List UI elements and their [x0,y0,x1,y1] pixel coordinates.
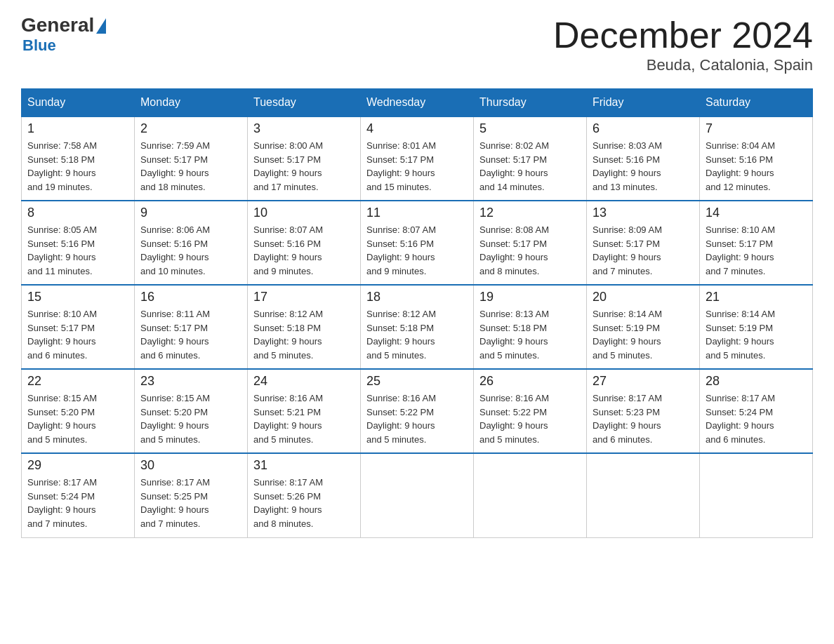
day-number: 31 [253,458,355,473]
day-info: Sunrise: 8:00 AMSunset: 5:17 PMDaylight:… [253,140,323,192]
table-row: 2 Sunrise: 7:59 AMSunset: 5:17 PMDayligh… [135,116,248,201]
day-info: Sunrise: 8:17 AMSunset: 5:24 PMDaylight:… [27,477,97,529]
day-number: 29 [27,458,128,473]
table-row: 26 Sunrise: 8:16 AMSunset: 5:22 PMDaylig… [474,369,587,453]
calendar-table: Sunday Monday Tuesday Wednesday Thursday… [21,88,813,538]
logo-blue-text: Blue [22,36,56,55]
table-row [474,453,587,537]
table-row: 16 Sunrise: 8:11 AMSunset: 5:17 PMDaylig… [135,285,248,369]
day-info: Sunrise: 8:14 AMSunset: 5:19 PMDaylight:… [593,309,662,361]
day-number: 4 [366,121,468,136]
day-number: 23 [140,374,241,389]
table-row: 13 Sunrise: 8:09 AMSunset: 5:17 PMDaylig… [587,201,700,285]
logo-triangle-icon [96,18,106,34]
table-row [700,453,813,537]
day-info: Sunrise: 8:09 AMSunset: 5:17 PMDaylight:… [593,224,662,276]
table-row: 25 Sunrise: 8:16 AMSunset: 5:22 PMDaylig… [361,369,474,453]
day-number: 11 [366,206,468,220]
table-row: 30 Sunrise: 8:17 AMSunset: 5:25 PMDaylig… [135,453,248,537]
table-row: 9 Sunrise: 8:06 AMSunset: 5:16 PMDayligh… [135,201,248,285]
day-info: Sunrise: 8:14 AMSunset: 5:19 PMDaylight:… [706,309,775,361]
day-info: Sunrise: 8:16 AMSunset: 5:22 PMDaylight:… [366,393,436,445]
day-number: 22 [27,374,128,389]
table-row: 1 Sunrise: 7:58 AMSunset: 5:18 PMDayligh… [22,116,135,201]
header-friday: Friday [587,89,700,117]
logo-general-text: General [21,14,94,36]
day-info: Sunrise: 8:16 AMSunset: 5:22 PMDaylight:… [479,393,549,445]
page-header: General Blue December 2024 Beuda, Catalo… [21,14,813,74]
day-info: Sunrise: 8:15 AMSunset: 5:20 PMDaylight:… [27,393,97,445]
day-number: 21 [706,290,807,304]
day-number: 28 [706,374,807,389]
day-info: Sunrise: 8:17 AMSunset: 5:24 PMDaylight:… [706,393,775,445]
location-title: Beuda, Catalonia, Spain [553,56,813,74]
table-row: 8 Sunrise: 8:05 AMSunset: 5:16 PMDayligh… [22,201,135,285]
day-number: 25 [366,374,468,389]
table-row: 31 Sunrise: 8:17 AMSunset: 5:26 PMDaylig… [248,453,361,537]
day-info: Sunrise: 8:10 AMSunset: 5:17 PMDaylight:… [706,224,775,276]
table-row: 21 Sunrise: 8:14 AMSunset: 5:19 PMDaylig… [700,285,813,369]
day-info: Sunrise: 8:13 AMSunset: 5:18 PMDaylight:… [479,309,549,361]
table-row: 17 Sunrise: 8:12 AMSunset: 5:18 PMDaylig… [248,285,361,369]
day-info: Sunrise: 8:07 AMSunset: 5:16 PMDaylight:… [253,224,323,276]
day-number: 5 [479,121,581,136]
table-row: 20 Sunrise: 8:14 AMSunset: 5:19 PMDaylig… [587,285,700,369]
day-number: 8 [27,206,128,220]
table-row: 6 Sunrise: 8:03 AMSunset: 5:16 PMDayligh… [587,116,700,201]
day-number: 2 [140,121,241,136]
day-number: 24 [253,374,355,389]
calendar-week-row: 29 Sunrise: 8:17 AMSunset: 5:24 PMDaylig… [22,453,813,537]
table-row: 10 Sunrise: 8:07 AMSunset: 5:16 PMDaylig… [248,201,361,285]
day-info: Sunrise: 8:06 AMSunset: 5:16 PMDaylight:… [140,224,210,276]
day-number: 16 [140,290,241,304]
day-number: 26 [479,374,581,389]
table-row: 5 Sunrise: 8:02 AMSunset: 5:17 PMDayligh… [474,116,587,201]
day-info: Sunrise: 8:12 AMSunset: 5:18 PMDaylight:… [366,309,436,361]
calendar-week-row: 22 Sunrise: 8:15 AMSunset: 5:20 PMDaylig… [22,369,813,453]
table-row: 15 Sunrise: 8:10 AMSunset: 5:17 PMDaylig… [22,285,135,369]
table-row: 22 Sunrise: 8:15 AMSunset: 5:20 PMDaylig… [22,369,135,453]
table-row: 14 Sunrise: 8:10 AMSunset: 5:17 PMDaylig… [700,201,813,285]
table-row: 3 Sunrise: 8:00 AMSunset: 5:17 PMDayligh… [248,116,361,201]
header-thursday: Thursday [474,89,587,117]
day-info: Sunrise: 8:16 AMSunset: 5:21 PMDaylight:… [253,393,323,445]
header-sunday: Sunday [22,89,135,117]
day-info: Sunrise: 8:15 AMSunset: 5:20 PMDaylight:… [140,393,210,445]
calendar-header-row: Sunday Monday Tuesday Wednesday Thursday… [22,89,813,117]
day-number: 13 [593,206,694,220]
day-number: 27 [593,374,694,389]
day-number: 18 [366,290,468,304]
day-number: 9 [140,206,241,220]
day-number: 6 [593,121,694,136]
logo: General Blue [21,14,106,55]
table-row: 4 Sunrise: 8:01 AMSunset: 5:17 PMDayligh… [361,116,474,201]
day-info: Sunrise: 8:10 AMSunset: 5:17 PMDaylight:… [27,309,97,361]
calendar-week-row: 1 Sunrise: 7:58 AMSunset: 5:18 PMDayligh… [22,116,813,201]
day-info: Sunrise: 8:02 AMSunset: 5:17 PMDaylight:… [479,140,549,192]
day-info: Sunrise: 8:07 AMSunset: 5:16 PMDaylight:… [366,224,436,276]
table-row: 28 Sunrise: 8:17 AMSunset: 5:24 PMDaylig… [700,369,813,453]
table-row: 7 Sunrise: 8:04 AMSunset: 5:16 PMDayligh… [700,116,813,201]
day-number: 14 [706,206,807,220]
title-area: December 2024 Beuda, Catalonia, Spain [553,14,813,74]
table-row: 18 Sunrise: 8:12 AMSunset: 5:18 PMDaylig… [361,285,474,369]
day-info: Sunrise: 8:17 AMSunset: 5:25 PMDaylight:… [140,477,210,529]
day-number: 12 [479,206,581,220]
day-number: 10 [253,206,355,220]
table-row [587,453,700,537]
table-row: 27 Sunrise: 8:17 AMSunset: 5:23 PMDaylig… [587,369,700,453]
day-number: 15 [27,290,128,304]
day-info: Sunrise: 8:05 AMSunset: 5:16 PMDaylight:… [27,224,97,276]
day-number: 30 [140,458,241,473]
day-number: 3 [253,121,355,136]
day-info: Sunrise: 8:08 AMSunset: 5:17 PMDaylight:… [479,224,549,276]
day-number: 19 [479,290,581,304]
day-info: Sunrise: 8:03 AMSunset: 5:16 PMDaylight:… [593,140,662,192]
day-info: Sunrise: 8:04 AMSunset: 5:16 PMDaylight:… [706,140,775,192]
calendar-week-row: 15 Sunrise: 8:10 AMSunset: 5:17 PMDaylig… [22,285,813,369]
day-info: Sunrise: 8:17 AMSunset: 5:26 PMDaylight:… [253,477,323,529]
header-tuesday: Tuesday [248,89,361,117]
day-number: 7 [706,121,807,136]
header-saturday: Saturday [700,89,813,117]
header-monday: Monday [135,89,248,117]
